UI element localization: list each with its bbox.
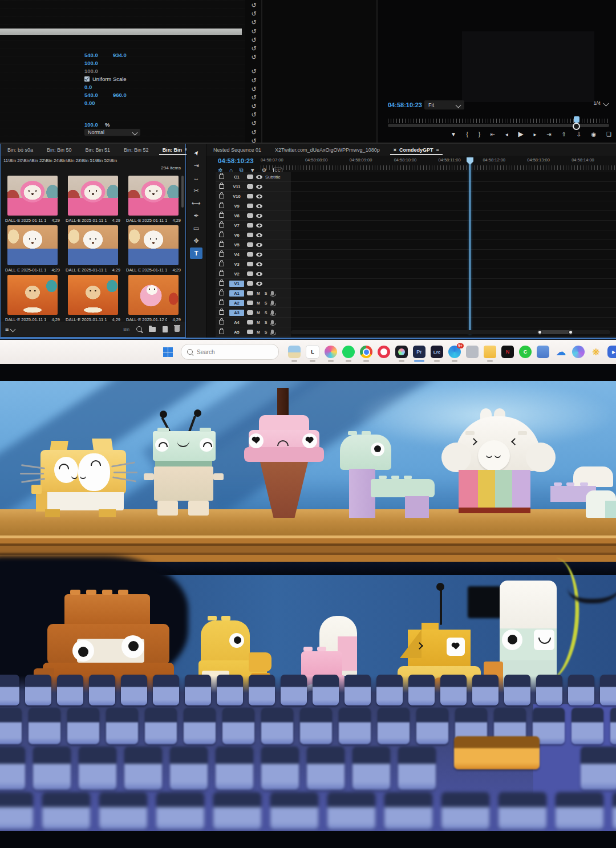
rectangle-tool[interactable]: ▭	[190, 222, 202, 234]
track-visibility-icon[interactable]	[256, 175, 262, 179]
property-value[interactable]: 0.0	[84, 84, 105, 90]
timeline-playhead[interactable]	[469, 157, 471, 334]
pen-tool[interactable]: ✒	[190, 210, 202, 221]
go-to-out-button[interactable]: ⇥	[546, 131, 551, 137]
bin-clip-item[interactable]: DALL·E 2025-01-11 14.0...4;29	[64, 275, 121, 322]
track-target-button[interactable]: V10	[229, 193, 244, 200]
track-target-button[interactable]: A1	[229, 290, 244, 297]
track-lane[interactable]	[291, 240, 616, 250]
track-lane[interactable]	[291, 318, 616, 327]
mark-in-button[interactable]: {	[467, 131, 468, 137]
track-target-button[interactable]: V11	[229, 184, 244, 190]
track-visibility-icon[interactable]	[256, 262, 262, 266]
slip-tool[interactable]: ⟷	[190, 197, 202, 209]
program-timecode[interactable]: 04:58:10:23	[388, 102, 422, 108]
voiceover-record-icon[interactable]	[271, 320, 274, 324]
bin-breadcrumb[interactable]: 11\Bin 20\Bin\Bin 22\Bin 24\Bin\Bin 28\B…	[3, 158, 184, 163]
track-lock-icon[interactable]	[219, 194, 224, 198]
timeline-ruler[interactable]: 04:58:07:0004:58:08:0004:58:09:0004:58:1…	[261, 157, 616, 165]
source-patch-icon[interactable]	[247, 291, 253, 295]
audio-track-header[interactable]: A1MS	[216, 289, 291, 298]
ripple-edit-tool[interactable]: ↔	[190, 172, 202, 184]
reset-parameter-icon[interactable]: ↺	[251, 128, 256, 137]
reset-parameter-icon[interactable]: ↺	[251, 111, 256, 119]
clip-thumbnail[interactable]	[128, 176, 179, 216]
caption-track-header[interactable]: C1Subtitle	[216, 172, 291, 182]
l-app-icon[interactable]: L	[306, 345, 319, 359]
property-value[interactable]: 540.0	[84, 52, 105, 58]
solo-button[interactable]: S	[264, 330, 268, 334]
premiere-pro-icon[interactable]: Pr	[413, 346, 425, 358]
track-target-button[interactable]: A2	[229, 300, 244, 306]
track-lock-icon[interactable]	[219, 184, 224, 189]
lift-button[interactable]: ⇧	[561, 131, 566, 137]
opera-icon[interactable]	[378, 346, 390, 358]
property-value[interactable]: 100.0	[84, 121, 105, 128]
search-box[interactable]: Search	[181, 344, 279, 360]
reset-parameter-icon[interactable]: ↺	[251, 27, 256, 36]
source-patch-icon[interactable]	[247, 204, 253, 208]
timeline-h-scrollbar[interactable]	[291, 330, 610, 334]
audio-track-header[interactable]: A4MS	[216, 318, 291, 327]
track-lock-icon[interactable]	[219, 252, 224, 257]
bin-clip-item[interactable]: DALL·E 2025-01-11 14.0...4;29	[64, 225, 121, 273]
track-visibility-icon[interactable]	[256, 253, 262, 257]
bin-tab-0[interactable]: Bin: bò s0a	[1, 144, 40, 156]
track-visibility-icon[interactable]	[256, 243, 262, 247]
bin-clip-item[interactable]: DALL·E 2025-01-11 14.0...4;29	[4, 225, 61, 273]
audio-track-header[interactable]: A3MS	[216, 308, 291, 318]
zoom-handle-right[interactable]	[568, 330, 573, 335]
track-lane[interactable]	[291, 182, 616, 192]
video-track-header[interactable]: V11	[216, 182, 291, 192]
track-lane[interactable]	[291, 308, 616, 318]
clip-thumbnail[interactable]	[68, 225, 118, 265]
property-value[interactable]: 100.0	[84, 60, 105, 66]
property-value[interactable]: 934.0	[113, 52, 133, 58]
reset-parameter-icon[interactable]: ↺	[251, 53, 256, 62]
track-lock-icon[interactable]	[219, 213, 224, 218]
uniform-scale-checkbox[interactable]	[84, 76, 90, 82]
solo-button[interactable]: S	[264, 320, 268, 324]
source-patch-icon[interactable]	[247, 310, 253, 315]
solo-button[interactable]: S	[264, 291, 268, 295]
track-target-button[interactable]: V7	[229, 222, 244, 229]
bin-clip-item[interactable]: DALL·E 2025-01-11 14.0...4;29	[4, 275, 61, 322]
video-track-header[interactable]: V2	[216, 269, 291, 279]
video-track-header[interactable]: V9	[216, 201, 291, 211]
extract-button[interactable]: ⇩	[576, 131, 581, 137]
track-visibility-icon[interactable]	[256, 233, 262, 237]
track-lane[interactable]	[291, 269, 616, 279]
new-item-icon[interactable]	[163, 326, 168, 332]
audio-track-header[interactable]: A5MS	[216, 327, 291, 337]
track-lock-icon[interactable]	[219, 310, 224, 315]
zoom-handle-left[interactable]	[537, 330, 542, 335]
start-button[interactable]	[163, 347, 173, 357]
netflix-icon[interactable]: N	[501, 346, 514, 358]
voiceover-record-icon[interactable]	[271, 310, 274, 315]
reset-parameter-icon[interactable]: ↺	[251, 85, 256, 94]
track-lock-icon[interactable]	[219, 291, 224, 295]
track-lock-icon[interactable]	[219, 281, 224, 286]
voiceover-record-icon[interactable]	[271, 301, 274, 305]
bin-tab-3[interactable]: Bin: Bin 52	[117, 144, 156, 156]
source-patch-icon[interactable]	[247, 242, 253, 247]
source-patch-icon[interactable]	[247, 252, 253, 257]
video-track-header[interactable]: V5	[216, 240, 291, 250]
track-lane[interactable]	[291, 259, 616, 269]
track-target-button[interactable]: V3	[229, 261, 244, 267]
davinci-resolve-icon[interactable]	[395, 346, 408, 358]
source-patch-icon[interactable]	[247, 233, 253, 237]
delete-icon[interactable]	[175, 326, 180, 332]
video-track-header[interactable]: V10	[216, 192, 291, 201]
close-tab-icon[interactable]: ×	[394, 147, 396, 153]
audio-track-header[interactable]: A2MS	[216, 298, 291, 308]
track-visibility-icon[interactable]	[256, 272, 262, 276]
voiceover-record-icon[interactable]	[271, 291, 274, 295]
track-lock-icon[interactable]	[219, 223, 224, 228]
reset-parameter-icon[interactable]: ↺	[251, 1, 256, 10]
source-patch-icon[interactable]	[247, 175, 253, 179]
track-lock-icon[interactable]	[219, 271, 224, 276]
video-track-header[interactable]: V7	[216, 221, 291, 230]
track-lane[interactable]	[291, 172, 616, 182]
source-patch-icon[interactable]	[247, 213, 253, 218]
